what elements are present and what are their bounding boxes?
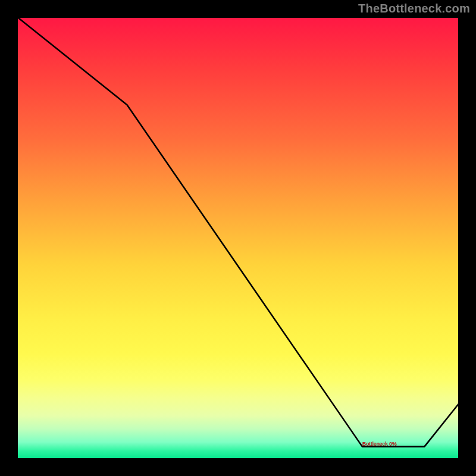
plot-area: Bottleneck 0% [16,16,460,460]
annotation-label: Bottleneck 0% [362,441,397,447]
watermark-text: TheBottleneck.com [358,2,470,15]
bottleneck-curve-line [16,16,460,447]
chart-stage: TheBottleneck.com Bottleneck 0% [0,0,476,476]
line-layer [16,16,460,460]
